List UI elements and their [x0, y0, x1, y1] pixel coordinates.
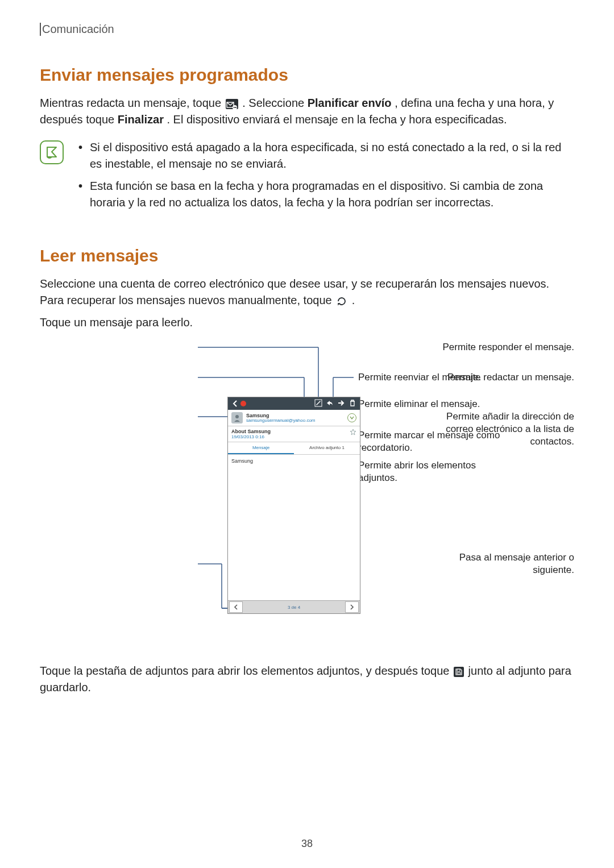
- compose-icon[interactable]: [314, 399, 322, 408]
- bold-planificar: Planificar envío: [308, 97, 392, 109]
- para-scheduled: Mientras redacta un mensaje, toque . Sel…: [40, 95, 574, 128]
- txt: Seleccione una cuenta de correo electrón…: [40, 277, 549, 306]
- phone-mock: Samsung samsungusermanual@yahoo.com Abou…: [227, 397, 360, 614]
- svg-point-3: [234, 107, 235, 108]
- heading-read: Leer mensajes: [40, 246, 574, 265]
- sender-row[interactable]: Samsung samsungusermanual@yahoo.com: [228, 410, 360, 426]
- txt: . El dispositivo enviará el mensaje en l…: [167, 113, 507, 126]
- note-icon: [40, 140, 64, 164]
- sender-mail: samsungusermanual@yahoo.com: [246, 418, 316, 423]
- txt: . Seleccione: [242, 97, 308, 109]
- tabs: Mensaje Archivo adjunto 1: [228, 442, 360, 455]
- note-block: Si el dispositivo está apagado a la hora…: [40, 139, 574, 217]
- nav-counter: 3 de 4: [244, 605, 344, 610]
- bold-finalizar: Finalizar: [118, 113, 164, 126]
- avatar-icon: [231, 412, 243, 423]
- running-head: Comunicación: [40, 23, 574, 36]
- subject-row: About Samsung 19/03/2013 0:16: [228, 426, 360, 442]
- nav-bar: 3 de 4: [228, 600, 360, 613]
- star-icon[interactable]: [350, 429, 356, 435]
- note-item-2: Esta función se basa en la fecha y hora …: [78, 178, 574, 211]
- delete-icon[interactable]: [349, 399, 356, 408]
- prev-message-button[interactable]: [229, 601, 243, 613]
- reply-icon[interactable]: [326, 399, 334, 408]
- para-attachments: Toque la pestaña de adjuntos para abrir …: [40, 663, 574, 696]
- txt: Mientras redacta un mensaje, toque: [40, 97, 225, 109]
- subject-title: About Samsung: [231, 429, 271, 434]
- txt: .: [352, 294, 355, 306]
- para-read: Seleccione una cuenta de correo electrón…: [40, 276, 574, 309]
- note-item-1: Si el dispositivo está apagado a la hora…: [78, 139, 574, 172]
- save-icon: [454, 667, 464, 677]
- heading-scheduled: Enviar mensajes programados: [40, 65, 574, 85]
- expand-icon[interactable]: [347, 413, 356, 422]
- tab-message[interactable]: Mensaje: [228, 442, 294, 454]
- diagram: Permite responder el mensaje. Permite re…: [40, 341, 574, 642]
- subject-date: 19/03/2013 0:16: [231, 434, 271, 439]
- page-number: 38: [0, 838, 614, 850]
- options-envelope-icon: [226, 99, 238, 109]
- txt: Toque la pestaña de adjuntos para abrir …: [40, 665, 453, 677]
- svg-point-2: [233, 107, 234, 108]
- page: Comunicación Enviar mensajes programados…: [0, 0, 614, 868]
- svg-rect-23: [457, 672, 460, 674]
- forward-icon[interactable]: [337, 399, 345, 408]
- tab-attachment[interactable]: Archivo adjunto 1: [294, 442, 360, 454]
- svg-point-21: [235, 415, 239, 418]
- next-message-button[interactable]: [345, 601, 359, 613]
- app-dot-icon: [240, 401, 246, 406]
- svg-point-4: [235, 107, 237, 108]
- email-toolbar: [228, 397, 360, 410]
- para-tap-msg: Toque un mensaje para leerlo.: [40, 314, 574, 331]
- message-body: Samsung: [228, 455, 360, 609]
- back-button[interactable]: [231, 400, 246, 408]
- refresh-icon: [336, 296, 347, 307]
